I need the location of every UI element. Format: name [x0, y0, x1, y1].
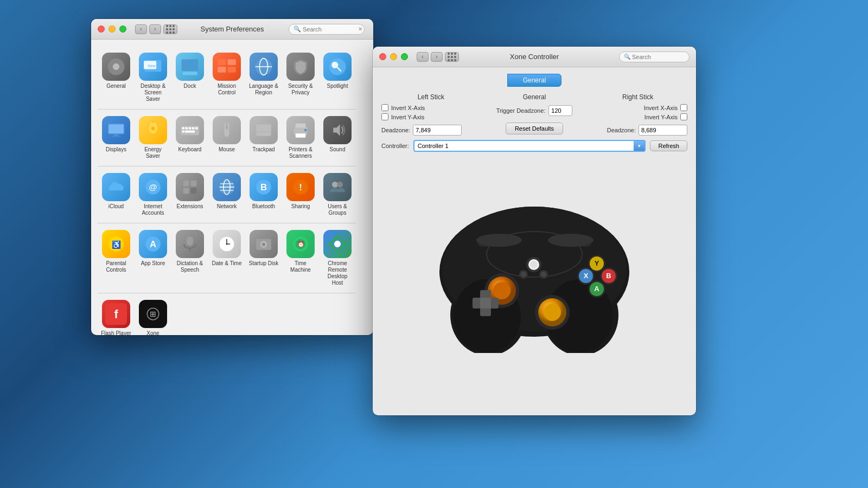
right-invert-x-label: Invert X-Axis — [644, 105, 678, 111]
svg-text:Y: Y — [595, 259, 599, 267]
users-icon — [323, 173, 352, 201]
forward-button[interactable]: › — [149, 24, 161, 34]
svg-rect-41 — [296, 133, 305, 138]
sp-item-trackpad[interactable]: Trackpad — [245, 112, 282, 164]
svg-rect-20 — [112, 136, 120, 137]
sp-item-security[interactable]: Security & Privacy — [282, 48, 319, 107]
sp-item-icloud[interactable]: iCloud — [98, 169, 135, 221]
energy-icon — [139, 116, 167, 144]
section-divider — [98, 223, 356, 223]
sp-item-spotlight[interactable]: Spotlight — [319, 48, 356, 107]
left-invert-y-checkbox[interactable] — [381, 113, 388, 120]
sp-item-parental[interactable]: ♿Parental Controls — [98, 226, 135, 291]
svg-text:@: @ — [149, 182, 157, 191]
sp-item-internet[interactable]: @Internet Accounts — [135, 169, 171, 221]
sp-item-bluetooth[interactable]: BBluetooth — [245, 169, 282, 221]
controller-dropdown-arrow[interactable]: ▾ — [634, 141, 644, 151]
xone-search-input[interactable] — [632, 54, 681, 60]
sp-item-timemachine[interactable]: ⏰Time Machine — [282, 226, 319, 291]
security-label: Security & Privacy — [284, 83, 317, 96]
xone-forward-button[interactable]: › — [431, 52, 443, 62]
sp-item-startup[interactable]: Startup Disk — [245, 226, 282, 291]
keyboard-icon — [176, 116, 204, 144]
svg-point-77 — [334, 241, 341, 247]
right-invert-x-row: Invert X-Axis — [644, 104, 687, 111]
printers-icon — [286, 116, 315, 144]
xone-back-button[interactable]: ‹ — [417, 52, 429, 62]
controller-select-wrapper[interactable]: ▾ — [413, 140, 646, 152]
spotlight-icon — [323, 53, 352, 81]
xone-minimize-button[interactable] — [390, 53, 397, 60]
security-icon — [286, 53, 315, 81]
sp-item-chrome[interactable]: Chrome Remote Desktop Host — [319, 226, 356, 291]
tab-general[interactable]: General — [507, 74, 562, 87]
sp-item-mission[interactable]: Mission Control — [208, 48, 245, 107]
sp-item-xone[interactable]: ⊞Xone Controller — [135, 296, 171, 335]
spotlight-label: Spotlight — [327, 83, 348, 89]
internet-icon: @ — [139, 173, 167, 201]
xone-fullscreen-button[interactable] — [401, 53, 408, 60]
sp-item-displays[interactable]: Displays — [98, 112, 135, 164]
sp-item-flash[interactable]: fFlash Player — [98, 296, 135, 335]
fullscreen-button[interactable] — [119, 25, 126, 33]
sp-item-sharing[interactable]: !Sharing — [282, 169, 319, 221]
sp-item-extensions[interactable]: Extensions — [171, 169, 208, 221]
sp-item-users[interactable]: Users & Groups — [319, 169, 356, 221]
svg-point-95 — [493, 282, 510, 299]
parental-icon: ♿ — [102, 230, 130, 258]
xone-main-content: General Left Stick Invert X-Axis Invert … — [373, 67, 696, 362]
sp-item-keyboard[interactable]: Keyboard — [171, 112, 208, 164]
trigger-deadzone-input[interactable] — [548, 105, 572, 116]
svg-rect-40 — [296, 124, 305, 128]
sp-item-general[interactable]: General — [98, 48, 135, 107]
language-icon — [250, 53, 278, 81]
clear-search-icon[interactable]: ✕ — [358, 26, 362, 32]
svg-point-36 — [226, 126, 228, 129]
svg-point-121 — [476, 234, 522, 247]
sp-item-appstore[interactable]: AApp Store — [135, 226, 171, 291]
svg-rect-45 — [183, 181, 189, 187]
refresh-button[interactable]: Refresh — [650, 140, 687, 151]
sp-item-datetime[interactable]: Date & Time — [208, 226, 245, 291]
right-invert-y-label: Invert Y-Axis — [644, 114, 678, 120]
xone-close-button[interactable] — [379, 53, 386, 60]
close-button[interactable] — [98, 25, 105, 33]
sp-item-energy[interactable]: Energy Saver — [135, 112, 171, 164]
network-icon — [213, 173, 241, 201]
mouse-icon — [213, 116, 241, 144]
minimize-button[interactable] — [108, 25, 116, 33]
sp-item-network[interactable]: Network — [208, 169, 245, 221]
search-field-wrapper[interactable]: 🔍 ✕ — [289, 24, 365, 35]
sp-item-printers[interactable]: Printers & Scanners — [282, 112, 319, 164]
mission-label: Mission Control — [210, 83, 243, 96]
left-deadzone-input[interactable] — [413, 125, 462, 136]
controller-label: Controller: — [381, 143, 409, 149]
grid-view-button[interactable] — [163, 24, 177, 34]
svg-text:New: New — [148, 64, 156, 68]
xone-search-wrapper[interactable]: 🔍 — [619, 52, 690, 62]
sharing-label: Sharing — [291, 203, 310, 210]
left-invert-x-checkbox[interactable] — [381, 104, 388, 111]
right-deadzone-input[interactable] — [639, 125, 687, 136]
sp-item-sound[interactable]: Sound — [319, 112, 356, 164]
right-invert-y-checkbox[interactable] — [680, 113, 687, 120]
appstore-icon: A — [139, 230, 167, 258]
sp-item-mouse[interactable]: Mouse — [208, 112, 245, 164]
bluetooth-label: Bluetooth — [252, 203, 275, 210]
sp-item-dictation[interactable]: Dictation & Speech — [171, 226, 208, 291]
sp-item-dock[interactable]: Dock — [171, 48, 208, 107]
reset-defaults-button[interactable]: Reset Defaults — [506, 123, 563, 134]
xone-grid-button[interactable] — [445, 52, 459, 62]
search-input[interactable] — [303, 26, 357, 33]
network-label: Network — [217, 203, 237, 210]
controller-input[interactable] — [414, 142, 634, 150]
svg-rect-10 — [228, 67, 236, 73]
system-preferences-window: ‹ › System Preferences 🔍 ✕ GeneralNewDes… — [91, 19, 373, 335]
sp-item-desktop[interactable]: NewDesktop & Screen Saver — [135, 48, 171, 107]
right-invert-x-checkbox[interactable] — [680, 104, 687, 111]
xone-traffic-lights — [379, 53, 408, 60]
sp-item-language[interactable]: Language & Region — [245, 48, 282, 107]
left-invert-y-label: Invert Y-Axis — [391, 114, 424, 120]
svg-rect-18 — [108, 124, 124, 133]
back-button[interactable]: ‹ — [135, 24, 147, 34]
